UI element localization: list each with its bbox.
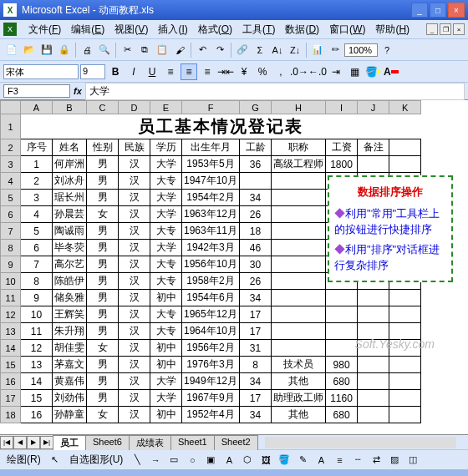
cell[interactable]: 汉: [119, 306, 150, 323]
decrease-decimal-button[interactable]: ←.0: [309, 63, 326, 80]
menu-d[interactable]: 数据(D): [280, 21, 324, 38]
save-icon[interactable]: 💾: [38, 42, 55, 58]
dash-style-icon[interactable]: ┄: [350, 453, 365, 468]
cell[interactable]: [358, 306, 389, 323]
cell[interactable]: 11: [21, 323, 53, 340]
cell[interactable]: 17: [240, 323, 272, 340]
col-header[interactable]: A: [21, 101, 53, 114]
cell[interactable]: 毕冬荧: [53, 240, 87, 256]
cell[interactable]: 女: [87, 407, 119, 423]
cell[interactable]: [240, 173, 272, 190]
doc-minimize-button[interactable]: _: [426, 23, 438, 35]
tab-nav-first[interactable]: |◀: [0, 436, 13, 449]
row-header[interactable]: 3: [1, 156, 21, 173]
cell[interactable]: [389, 139, 421, 156]
arrow-style-icon[interactable]: ⇄: [369, 453, 384, 468]
cell[interactable]: 36: [240, 156, 272, 173]
cell[interactable]: 大学: [150, 390, 182, 407]
currency-button[interactable]: ¥: [236, 63, 252, 80]
cell[interactable]: 汉: [119, 357, 150, 373]
cell[interactable]: [389, 340, 421, 357]
cell[interactable]: 茅嘉文: [53, 357, 87, 373]
cell[interactable]: 其他: [272, 373, 326, 390]
row-header[interactable]: 13: [1, 323, 21, 340]
select-all-cell[interactable]: [1, 101, 21, 114]
table-header-cell[interactable]: 性别: [87, 139, 119, 156]
row-header[interactable]: 1: [1, 114, 21, 139]
cell[interactable]: 1965年12月: [182, 306, 240, 323]
cell[interactable]: 汉: [119, 390, 150, 407]
menu-f[interactable]: 文件(F): [23, 21, 66, 38]
cell[interactable]: [358, 323, 389, 340]
cell[interactable]: 1963年12月: [182, 206, 240, 223]
menu-e[interactable]: 编辑(E): [66, 21, 109, 38]
cell[interactable]: 胡佳雯: [53, 340, 87, 357]
select-objects-icon[interactable]: ↖: [48, 453, 63, 468]
table-header-cell[interactable]: 学历: [150, 139, 182, 156]
cell[interactable]: [272, 190, 326, 206]
cell[interactable]: 大专: [150, 306, 182, 323]
cell[interactable]: 17: [240, 306, 272, 323]
cell[interactable]: [326, 290, 358, 306]
cell[interactable]: 汉: [119, 407, 150, 423]
cell[interactable]: 男: [87, 240, 119, 256]
cell[interactable]: 1976年3月: [182, 357, 240, 373]
print-icon[interactable]: 🖨: [79, 42, 95, 58]
cell[interactable]: 男: [87, 390, 119, 407]
row-header[interactable]: 17: [1, 390, 21, 407]
cell[interactable]: 汉: [119, 206, 150, 223]
cell[interactable]: [358, 373, 389, 390]
table-header-cell[interactable]: 备注: [358, 139, 389, 156]
undo-icon[interactable]: ↶: [194, 42, 211, 58]
percent-button[interactable]: %: [254, 63, 271, 80]
cell[interactable]: [358, 390, 389, 407]
format-painter-icon[interactable]: 🖌: [171, 42, 188, 58]
menu-t[interactable]: 工具(T): [237, 21, 280, 38]
cell[interactable]: 黄嘉伟: [53, 373, 87, 390]
col-header[interactable]: B: [53, 101, 87, 114]
line-style-icon[interactable]: ≡: [332, 453, 347, 468]
cell[interactable]: 10: [21, 306, 53, 323]
cell[interactable]: 汉: [119, 190, 150, 206]
cell[interactable]: 女: [87, 206, 119, 223]
cell[interactable]: 汉: [119, 156, 150, 173]
row-header[interactable]: 10: [1, 273, 21, 290]
cell[interactable]: 储奂雅: [53, 290, 87, 306]
italic-button[interactable]: I: [125, 63, 142, 80]
copy-icon[interactable]: ⧉: [136, 42, 153, 58]
maximize-button[interactable]: □: [430, 3, 446, 18]
col-header[interactable]: J: [358, 101, 389, 114]
help-icon[interactable]: ?: [379, 42, 395, 58]
cell[interactable]: 大专: [150, 273, 182, 290]
row-header[interactable]: 6: [1, 206, 21, 223]
sheet-tab[interactable]: Sheet6: [85, 435, 130, 450]
excel-doc-icon[interactable]: X: [3, 23, 17, 36]
cell[interactable]: 朱升翔: [53, 323, 87, 340]
chart-icon[interactable]: 📊: [309, 42, 326, 58]
cell[interactable]: 刘冰舟: [53, 173, 87, 190]
cell[interactable]: 男: [87, 173, 119, 190]
cell[interactable]: 男: [87, 273, 119, 290]
cell[interactable]: 1953年5月: [182, 156, 240, 173]
table-header-cell[interactable]: 职称: [272, 139, 326, 156]
cell[interactable]: 12: [21, 340, 53, 357]
row-header[interactable]: 14: [1, 340, 21, 357]
cell[interactable]: 女: [87, 340, 119, 357]
sheet-tab[interactable]: Sheet1: [170, 435, 215, 450]
row-header[interactable]: 4: [1, 173, 21, 190]
cell[interactable]: 26: [240, 206, 272, 223]
cell[interactable]: 34: [240, 407, 272, 423]
oval-icon[interactable]: ○: [185, 453, 200, 468]
cell[interactable]: 初中: [150, 290, 182, 306]
cell[interactable]: 1954年2月: [182, 190, 240, 206]
cell[interactable]: 男: [87, 306, 119, 323]
font-color-icon[interactable]: A: [313, 453, 328, 468]
col-header[interactable]: I: [326, 101, 358, 114]
rectangle-icon[interactable]: ▭: [166, 453, 181, 468]
cell[interactable]: 16: [21, 407, 53, 423]
cell[interactable]: 26: [240, 273, 272, 290]
fx-icon[interactable]: fx: [74, 86, 82, 96]
row-header[interactable]: 5: [1, 190, 21, 206]
cell[interactable]: 1160: [326, 390, 358, 407]
cell[interactable]: [389, 290, 421, 306]
